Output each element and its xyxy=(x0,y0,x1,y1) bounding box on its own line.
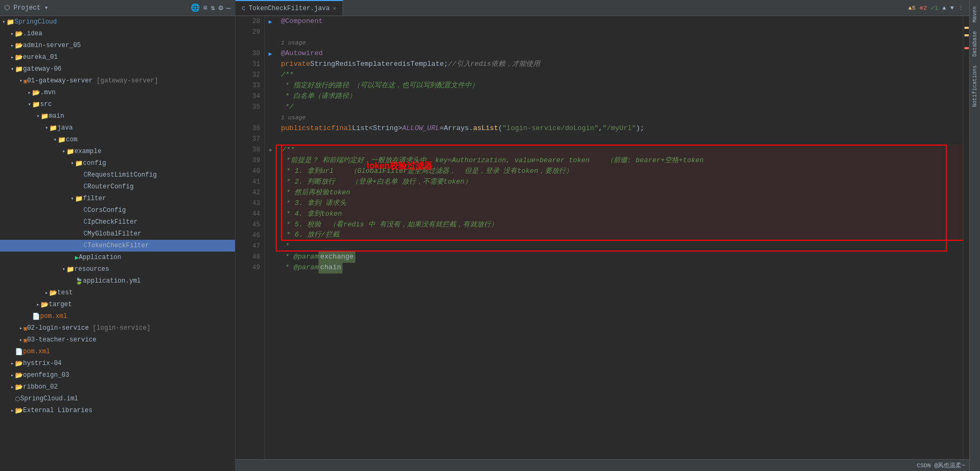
equals: = xyxy=(439,123,444,134)
tree-item-main[interactable]: 📁 main xyxy=(0,110,235,122)
arrow-config xyxy=(71,160,74,166)
right-scrollbar[interactable] xyxy=(963,16,969,459)
folder-icon: 📁 xyxy=(15,65,23,73)
folder-icon: 📂 xyxy=(15,371,23,379)
gutter-cell xyxy=(265,112,276,123)
tree-item-application[interactable]: ▶ Application xyxy=(0,252,235,263)
tree-label: 01-gateway-server [gateway-server] xyxy=(27,77,158,85)
tree-item-login-service[interactable]: ▣ 02-login-service [login-service] xyxy=(0,322,235,334)
tree-item-example[interactable]: 📁 example xyxy=(0,146,235,157)
line-num xyxy=(235,37,260,48)
tree-item-myglobal[interactable]: C MyGlobalFilter xyxy=(0,228,235,240)
arrow-target xyxy=(36,301,40,308)
comment-38: /** xyxy=(282,145,294,155)
java-icon: C xyxy=(83,218,87,226)
tree-item-src[interactable]: 📁 src xyxy=(0,98,235,110)
code-line-32: /** xyxy=(281,70,963,80)
globe-icon[interactable]: 🌐 xyxy=(191,3,200,12)
tree-label: src xyxy=(40,101,52,108)
tree-item-test[interactable]: 📂 test xyxy=(0,287,235,299)
gutter-cell xyxy=(265,166,276,177)
tree-item-springcloud[interactable]: 📁 SpringCloud xyxy=(0,16,235,28)
tree-item-target[interactable]: 📂 target xyxy=(0,299,235,310)
bottom-strip: CSDN @风也温柔~ xyxy=(235,459,969,471)
code-area[interactable]: @Component 1 usage @Autowired private St… xyxy=(276,16,963,459)
nav-down-button[interactable]: ▼ xyxy=(950,5,954,11)
line-num: 48 xyxy=(235,252,260,262)
run-icon[interactable]: ▶ xyxy=(269,18,272,25)
tree-item-gateway06[interactable]: 📁 gateway-06 xyxy=(0,63,235,75)
sort-icon[interactable]: ⇅ xyxy=(211,3,215,12)
gutter-cell xyxy=(265,209,276,219)
tab-tokencheckfilter[interactable]: C TokenCheckFilter.java ✕ xyxy=(235,0,343,16)
tree-item-teacher-service[interactable]: ▣ 03-teacher-service xyxy=(0,334,235,346)
tree-item-java[interactable]: 📁 java xyxy=(0,122,235,134)
tree-item-resources[interactable]: 📁 resources xyxy=(0,263,235,275)
tree-item-mvn[interactable]: 📂 .mvn xyxy=(0,87,235,98)
tree-label: config xyxy=(83,159,106,167)
warning-badge: ▲5 xyxy=(908,5,915,11)
tree-label: SpringCloud xyxy=(14,18,57,26)
tree-item-eureka[interactable]: 📂 eureka_01 xyxy=(0,51,235,63)
tree-item-extlibs[interactable]: 📂 External Libraries xyxy=(0,405,235,416)
tree-item-routerconfig[interactable]: C RouterConfig xyxy=(0,181,235,193)
tree-item-appyml[interactable]: 🍃 application.yml xyxy=(0,275,235,287)
annotation-component: @Component xyxy=(281,16,323,27)
gear-icon[interactable]: ⚙ xyxy=(218,3,223,12)
tree-item-springcloudiml[interactable]: ⬡ SpringCloud.iml xyxy=(0,393,235,405)
tree-item-com[interactable]: 📁 com xyxy=(0,134,235,146)
gutter-cell: ▶ xyxy=(265,48,276,59)
nav-up-button[interactable]: ▲ xyxy=(943,5,946,11)
more-options-button[interactable]: ⋮ xyxy=(958,4,964,11)
gutter-cell xyxy=(265,59,276,70)
xml-icon: 📄 xyxy=(15,348,23,356)
tree-item-config[interactable]: 📁 config xyxy=(0,157,235,169)
tab-close-button[interactable]: ✕ xyxy=(333,5,337,12)
module-icon: ▣ xyxy=(24,337,27,344)
tree-item-idea[interactable]: 📂 .idea xyxy=(0,28,235,40)
arrow-openfeign xyxy=(11,372,14,378)
folder-icon: 📁 xyxy=(49,124,57,132)
tree-item-tokencheckfilter[interactable]: C TokenCheckFilter xyxy=(0,240,235,252)
tree-item-ipcheck[interactable]: C IpCheckFilter xyxy=(0,216,235,228)
run-icon[interactable]: ▶ xyxy=(269,50,272,57)
param-exchange-highlight: exchange xyxy=(318,251,355,263)
bottom-right: CSDN @风也温柔~ xyxy=(917,461,965,469)
java-icon: C xyxy=(83,207,87,214)
line-num: 28 xyxy=(235,16,260,27)
code-line-48: * @param exchange xyxy=(281,252,963,262)
tree-item-hystrix[interactable]: 📂 hystrix-04 xyxy=(0,358,235,369)
code-line-47: * xyxy=(281,241,963,252)
tree-label: target xyxy=(49,301,72,308)
collapse-icon[interactable]: ◆ xyxy=(269,147,272,153)
comment-43: * 3. 拿到 请求头 xyxy=(282,198,346,209)
tree-label: com xyxy=(66,136,78,143)
tree-item-filter[interactable]: 📁 filter xyxy=(0,193,235,204)
database-tab[interactable]: Database xyxy=(971,27,979,61)
tree-item-ribbon[interactable]: 📂 ribbon_02 xyxy=(0,381,235,393)
arrow-com xyxy=(54,136,57,143)
notifications-tab[interactable]: Notifications xyxy=(971,61,979,111)
tree-label: .mvn xyxy=(40,89,56,96)
line-num: 44 xyxy=(235,209,260,219)
arrow-src xyxy=(28,101,31,108)
tree-item-gateway-server[interactable]: ▣ 01-gateway-server [gateway-server] xyxy=(0,75,235,87)
tree-item-admin-server[interactable]: 📂 admin-server_05 xyxy=(0,40,235,51)
tree-item-pomxml-gateway[interactable]: 📄 pom.xml xyxy=(0,310,235,322)
minimize-icon[interactable]: — xyxy=(226,4,231,12)
line-numbers: 28 29 30 31 32 33 34 35 36 37 38 39 40 4… xyxy=(235,16,265,459)
maven-tab[interactable]: Maven xyxy=(971,2,979,27)
java-icon: C xyxy=(83,183,87,191)
paren-close: ); xyxy=(636,123,644,134)
list-icon[interactable]: ≡ xyxy=(203,4,207,12)
tree-item-openfeign[interactable]: 📂 openfeign_03 xyxy=(0,369,235,381)
arrow-admin xyxy=(11,42,14,49)
yaml-icon: 🍃 xyxy=(75,277,83,285)
code-line-29 xyxy=(281,27,963,37)
tree-item-corsconfig[interactable]: C CorsConfig xyxy=(0,204,235,216)
tree-item-pomxml-root[interactable]: 📄 pom.xml xyxy=(0,346,235,358)
gutter-cell xyxy=(265,252,276,262)
project-dropdown[interactable]: ⬡ Project ▾ xyxy=(4,4,48,12)
tab-java-icon: C xyxy=(242,5,246,12)
tree-item-requestlimit[interactable]: C RequestLimitConfig xyxy=(0,169,235,181)
